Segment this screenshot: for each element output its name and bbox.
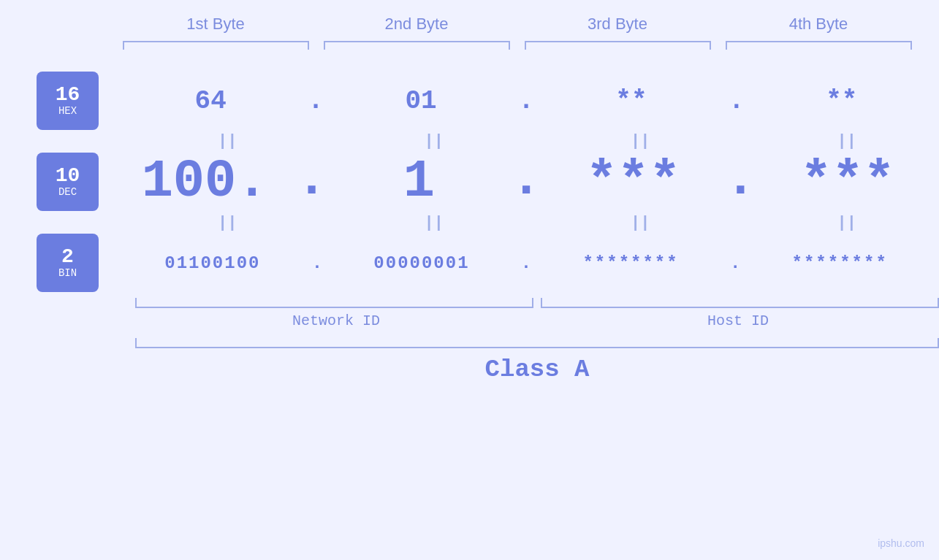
id-labels-row: Network ID Host ID: [135, 312, 939, 329]
equals-2-b3: ||: [548, 214, 733, 232]
hex-byte-2: 01: [324, 86, 518, 116]
equals-1-b2: ||: [342, 132, 527, 150]
bracket-1: [123, 41, 309, 50]
bin-badge-label: BIN: [58, 267, 77, 279]
main-container: 1st Byte 2nd Byte 3rd Byte 4th Byte 16 H…: [0, 0, 939, 560]
watermark: ipshu.com: [878, 537, 924, 549]
hex-dot-2: .: [518, 86, 534, 116]
bin-byte-2: 00000001: [322, 253, 521, 273]
bin-dot-3: .: [730, 253, 740, 273]
dec-row: 10 DEC 100. . 1 . *** . ***: [0, 152, 939, 212]
bin-dot-2: .: [521, 253, 531, 273]
dec-byte-3: ***: [542, 152, 725, 212]
hex-values: 64 . 01 . ** . **: [113, 86, 939, 116]
bin-byte-3: ********: [531, 253, 730, 273]
dec-dot-3: .: [725, 153, 756, 206]
hex-badge-label: HEX: [58, 105, 77, 117]
dec-byte-4: ***: [756, 152, 939, 212]
byte-header-3: 3rd Byte: [517, 15, 718, 34]
class-label: Class A: [485, 356, 590, 383]
bin-badge: 2 BIN: [37, 234, 99, 292]
network-bracket-container: [135, 298, 533, 308]
hex-byte-1: 64: [113, 86, 308, 116]
host-id-label: Host ID: [537, 312, 939, 329]
dec-byte-1: 100.: [113, 152, 296, 212]
full-bracket: [135, 338, 939, 348]
hex-byte-4: **: [745, 86, 939, 116]
bin-dot-1: .: [312, 253, 322, 273]
byte-header-4: 4th Byte: [718, 15, 919, 34]
bracket-4: [726, 41, 912, 50]
equals-row-2: || || || ||: [135, 212, 939, 234]
dec-byte-2: 1: [327, 152, 510, 212]
bin-byte-4: ********: [740, 253, 939, 273]
host-bracket: [541, 298, 939, 308]
dec-badge: 10 DEC: [37, 153, 99, 211]
equals-1-b4: ||: [755, 132, 940, 150]
dec-dot-1: .: [296, 153, 327, 206]
top-brackets: [115, 41, 919, 50]
equals-2-b4: ||: [755, 214, 940, 232]
equals-1-b3: ||: [548, 132, 733, 150]
bottom-bracket-row: [135, 298, 939, 308]
dec-dot-2: .: [510, 153, 541, 206]
hex-byte-3: **: [534, 86, 729, 116]
network-bracket: [135, 298, 533, 308]
hex-row: 16 HEX 64 . 01 . ** . **: [0, 72, 939, 130]
dec-badge-number: 10: [56, 166, 80, 186]
dec-values: 100. . 1 . *** . ***: [113, 152, 939, 212]
full-bracket-container: [135, 338, 939, 348]
dec-badge-label: DEC: [58, 186, 77, 198]
equals-2-b1: ||: [135, 214, 320, 232]
class-label-container: Class A: [135, 356, 939, 383]
bracket-2: [324, 41, 510, 50]
equals-2-b2: ||: [342, 214, 527, 232]
host-bracket-container: [541, 298, 939, 308]
byte-headers-row: 1st Byte 2nd Byte 3rd Byte 4th Byte: [115, 15, 919, 34]
hex-dot-1: .: [308, 86, 324, 116]
network-id-label: Network ID: [135, 312, 537, 329]
hex-dot-3: .: [729, 86, 745, 116]
equals-1-b1: ||: [135, 132, 320, 150]
bin-badge-number: 2: [61, 247, 74, 267]
bin-row: 2 BIN 01100100 . 00000001 . ******** . *…: [0, 234, 939, 292]
equals-row-1: || || || ||: [135, 130, 939, 152]
hex-badge: 16 HEX: [37, 72, 99, 130]
byte-header-2: 2nd Byte: [316, 15, 517, 34]
byte-header-1: 1st Byte: [115, 15, 316, 34]
bin-values: 01100100 . 00000001 . ******** . *******…: [113, 253, 939, 273]
bracket-3: [525, 41, 711, 50]
hex-badge-number: 16: [56, 85, 80, 105]
bin-byte-1: 01100100: [113, 253, 312, 273]
